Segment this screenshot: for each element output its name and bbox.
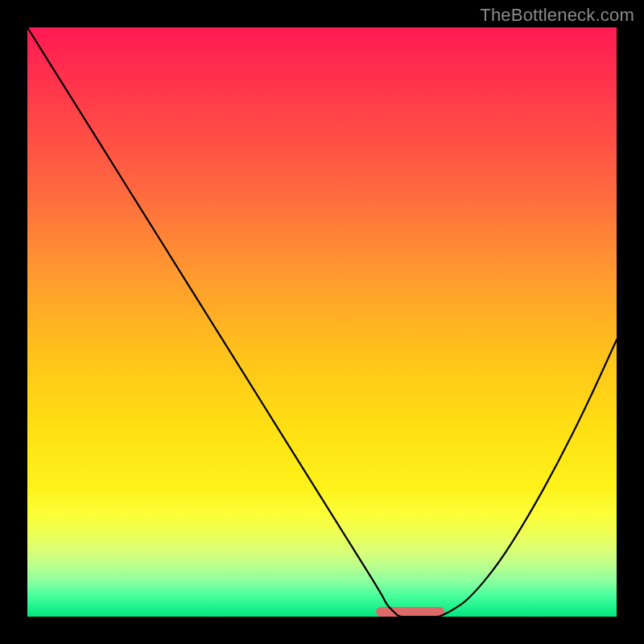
- bottleneck-chart-svg: [27, 27, 617, 617]
- plot-area: [27, 27, 617, 617]
- chart-frame: TheBottleneck.com: [0, 0, 644, 644]
- bottleneck-curve-line: [27, 27, 617, 617]
- watermark-text: TheBottleneck.com: [480, 5, 634, 26]
